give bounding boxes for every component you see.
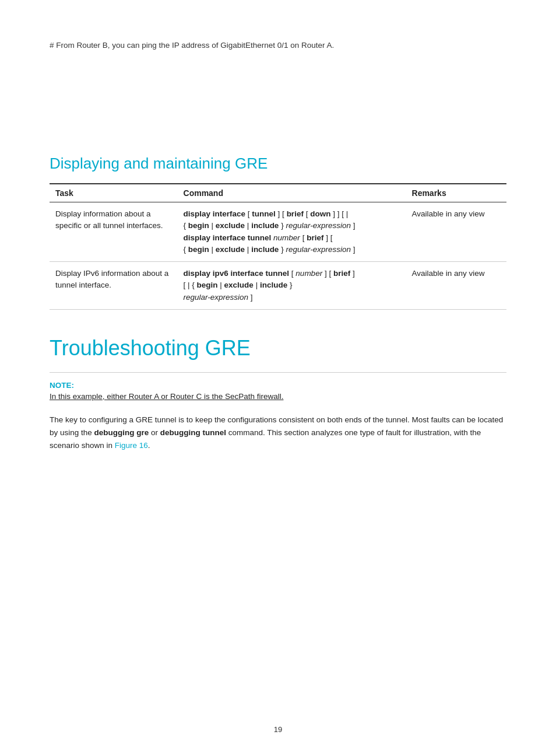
- cmd-text: display interface: [184, 209, 246, 218]
- body-paragraph: The key to configuring a GRE tunnel is t…: [50, 414, 506, 453]
- cmd-text: brief: [333, 269, 350, 278]
- cmd-text: begin: [188, 245, 209, 254]
- intro-comment: # From Router B, you can ping the IP add…: [50, 41, 506, 50]
- page: # From Router B, you can ping the IP add…: [0, 0, 556, 756]
- task-cell-2: Display IPv6 information about a tunnel …: [50, 262, 178, 310]
- cmd-text: [ | {: [184, 281, 197, 289]
- cmd-text: regular-expression: [286, 245, 351, 254]
- body-bold-2: debugging tunnel: [160, 428, 226, 437]
- cmd-text: number: [273, 233, 300, 242]
- command-line-1: display ipv6 interface tunnel [ number ]…: [184, 268, 400, 279]
- figure-16-link[interactable]: Figure 16: [115, 441, 148, 450]
- remarks-cell-1: Available in any view: [406, 202, 506, 262]
- note-box: NOTE: In this example, either Router A o…: [50, 381, 506, 401]
- table-row: Display IPv6 information about a tunnel …: [50, 262, 506, 310]
- cmd-text: regular-expression: [184, 293, 249, 302]
- command-line-2: { begin | exclude | include } regular-ex…: [184, 220, 400, 232]
- cmd-text: number: [295, 269, 322, 278]
- col-header-command: Command: [178, 184, 406, 202]
- cmd-text: exclude: [224, 281, 254, 289]
- cmd-text: exclude: [216, 221, 245, 230]
- table-row: Display information about a specific or …: [50, 202, 506, 262]
- command-line-3: regular-expression ]: [184, 292, 400, 303]
- cmd-text: include: [260, 281, 287, 289]
- section-divider: [50, 372, 506, 373]
- cmd-text: {: [184, 221, 188, 230]
- cmd-text: include: [251, 245, 279, 254]
- body-bold-1: debugging gre: [94, 428, 149, 437]
- displaying-section: Displaying and maintaining GRE Task Comm…: [50, 155, 506, 310]
- body-mid: or: [149, 428, 160, 437]
- page-number: 19: [0, 725, 556, 734]
- cmd-text: ]: [251, 293, 253, 302]
- remarks-cell-2: Available in any view: [406, 262, 506, 310]
- col-header-remarks: Remarks: [406, 184, 506, 202]
- command-line-1: display interface [ tunnel ] [ brief [ d…: [184, 208, 400, 220]
- troubleshooting-title: Troubleshooting GRE: [50, 336, 506, 360]
- cmd-text: {: [184, 245, 188, 254]
- cmd-text: include: [251, 221, 279, 230]
- body-final: .: [148, 441, 150, 450]
- cmd-text: ] [: [278, 209, 287, 218]
- cmd-text: down: [310, 209, 330, 218]
- cmd-text: ] ] [ |: [333, 209, 348, 218]
- command-cell-2: display ipv6 interface tunnel [ number ]…: [178, 262, 406, 310]
- troubleshooting-section: Troubleshooting GRE NOTE: In this exampl…: [50, 336, 506, 453]
- cmd-text: |: [256, 281, 260, 289]
- note-label: NOTE:: [50, 381, 506, 390]
- cmd-text: tunnel: [252, 209, 276, 218]
- cmd-text: begin: [188, 221, 209, 230]
- cmd-text: display ipv6 interface tunnel: [184, 269, 290, 278]
- command-cell-1: display interface [ tunnel ] [ brief [ d…: [178, 202, 406, 262]
- cmd-text: [: [302, 233, 307, 242]
- command-line-3: display interface tunnel number [ brief …: [184, 232, 400, 244]
- cmd-text: |: [212, 245, 216, 254]
- cmd-text: ]: [353, 221, 356, 230]
- cmd-text: begin: [197, 281, 218, 289]
- cmd-text: ]: [353, 245, 356, 254]
- displaying-table: Task Command Remarks Display information…: [50, 183, 506, 310]
- cmd-text: exclude: [216, 245, 245, 254]
- command-line-4: { begin | exclude | include } regular-ex…: [184, 244, 400, 256]
- cmd-text: |: [212, 221, 216, 230]
- cmd-text: ] [: [325, 269, 333, 278]
- note-text: In this example, either Router A or Rout…: [50, 392, 506, 401]
- cmd-text: ] [: [326, 233, 332, 242]
- cmd-text: |: [220, 281, 224, 289]
- displaying-section-title: Displaying and maintaining GRE: [50, 155, 506, 173]
- cmd-text: display interface tunnel: [184, 233, 272, 242]
- cmd-text: regular-expression: [286, 221, 351, 230]
- cmd-text: }: [290, 281, 293, 289]
- cmd-text: ]: [353, 269, 355, 278]
- command-line-2: [ | { begin | exclude | include }: [184, 279, 400, 291]
- cmd-text: brief: [287, 209, 304, 218]
- col-header-task: Task: [50, 184, 178, 202]
- task-cell-1: Display information about a specific or …: [50, 202, 178, 262]
- cmd-text: brief: [307, 233, 323, 242]
- table-header-row: Task Command Remarks: [50, 184, 506, 202]
